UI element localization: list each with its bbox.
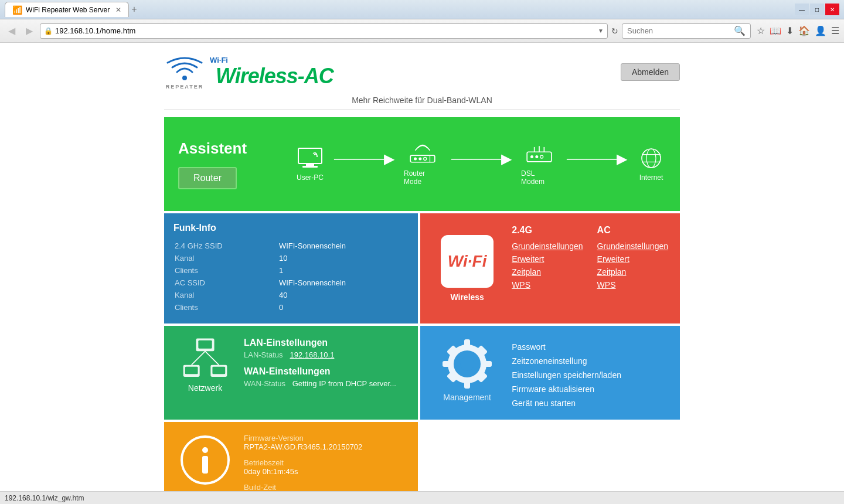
address-input[interactable]	[55, 26, 598, 35]
refresh-button[interactable]: ↻	[611, 26, 618, 36]
new-tab-button[interactable]: +	[131, 4, 137, 15]
search-wrapper: 🔍	[622, 23, 751, 39]
tab-wifi-icon: 📶	[12, 5, 22, 15]
svg-line-26	[192, 351, 205, 365]
flow-arrow-3: ─────▶	[567, 151, 627, 178]
funk-table-row: Kanal40	[175, 290, 407, 301]
svg-point-39	[202, 447, 208, 453]
router-button[interactable]: Router	[178, 167, 237, 189]
close-button[interactable]: ✕	[825, 4, 839, 15]
funk-table-row: Kanal10	[175, 253, 407, 264]
tab-title: WiFi Repeater Web Server	[26, 6, 110, 14]
svg-rect-25	[212, 367, 225, 374]
history-icon[interactable]: 🏠	[798, 25, 810, 36]
svg-point-6	[419, 157, 422, 160]
wireless-link[interactable]: Zeitplan	[512, 267, 583, 277]
flow-label-router: Router Mode	[404, 169, 442, 186]
menu-icon[interactable]: ☰	[831, 25, 839, 36]
flow-arrow-1: ─────▶	[334, 151, 394, 178]
title-bar: 📶 WiFi Repeater Web Server ✕ + — □ ✕	[0, 0, 844, 19]
search-input[interactable]	[627, 26, 731, 35]
flow-arrow-2: ─────▶	[451, 151, 512, 178]
lan-status-value[interactable]: 192.168.10.1	[290, 350, 334, 359]
funk-table-row: Clients1	[175, 265, 407, 276]
back-button[interactable]: ◀	[5, 24, 19, 38]
funk-table-row: AC SSIDWIFI-Sonnenschein	[175, 277, 407, 288]
funk-row-value: 0	[279, 302, 407, 313]
site-header: REPEATER Wi·Fi Wireless-AC Abmelden	[164, 49, 680, 96]
tab-close-btn[interactable]: ✕	[115, 6, 121, 14]
wireless-link[interactable]: WPS	[512, 280, 583, 290]
management-label: Management	[443, 393, 491, 402]
uptime-title: Betriebszeit	[244, 458, 406, 467]
info-svg	[179, 434, 232, 486]
header-divider	[164, 110, 680, 110]
svg-rect-2	[306, 164, 314, 166]
modem-icon	[525, 142, 554, 166]
wan-status-label: WAN-Status	[244, 379, 285, 388]
brand-name: Wireless-AC	[216, 64, 333, 88]
svg-line-27	[205, 351, 219, 365]
funk-row-label: Kanal	[175, 253, 278, 264]
svg-rect-30	[464, 339, 470, 349]
address-dropdown-btn[interactable]: ▼	[598, 28, 604, 34]
management-link[interactable]: Passwort	[512, 342, 621, 352]
wireless-link[interactable]: Zeitplan	[597, 267, 668, 277]
wireless-link[interactable]: WPS	[597, 280, 668, 290]
internet-icon	[637, 147, 666, 170]
wifi-logo: Wi·Fi Wireless	[432, 225, 502, 312]
svg-point-15	[540, 155, 543, 158]
management-link[interactable]: Gerät neu starten	[512, 399, 621, 408]
address-bar-wrapper: 🔒 ▼	[40, 23, 608, 39]
forward-button[interactable]: ▶	[22, 24, 36, 38]
minimize-button[interactable]: —	[795, 4, 809, 15]
nav-bar: ◀ ▶ 🔒 ▼ ↻ 🔍 ☆ 📖 ⬇ 🏠 👤 ☰	[0, 19, 844, 43]
funk-row-label: Kanal	[175, 290, 278, 301]
wifi-logo-svg	[164, 55, 205, 84]
network-svg	[182, 338, 229, 379]
svg-rect-1	[298, 148, 322, 164]
svg-rect-32	[443, 361, 452, 367]
wizard-flow: User-PC ─────▶ Router Mode	[295, 142, 666, 186]
wizard-panel: Assistent Router User-PC	[164, 117, 680, 211]
status-icon-area: Status	[176, 434, 234, 500]
management-link[interactable]: Einstellungen speichern/laden	[512, 370, 621, 380]
funk-row-value: WIFI-Sonnenschein	[279, 277, 407, 288]
maximize-button[interactable]: □	[810, 4, 824, 15]
wireless-links: 2.4GGrundeinstellungenErweitertZeitplanW…	[512, 225, 668, 312]
uptime-section: Betriebszeit 0day 0h:1m:45s	[244, 458, 406, 476]
bookmark-star-icon[interactable]: ☆	[757, 25, 765, 36]
nav-icons: ☆ 📖 ⬇ 🏠 👤 ☰	[757, 25, 839, 36]
firmware-value: RPTA2-AW.GD.R3465.1.20150702	[244, 442, 406, 451]
funk-row-label: AC SSID	[175, 277, 278, 288]
status-bar-url: 192.168.10.1/wiz_gw.htm	[5, 494, 84, 502]
search-icon: 🔍	[734, 25, 746, 36]
management-link[interactable]: Firmware aktualisieren	[512, 384, 621, 394]
uptime-value: 0day 0h:1m:45s	[244, 467, 406, 476]
browser-tab[interactable]: 📶 WiFi Repeater Web Server ✕	[5, 2, 129, 17]
funk-row-value: 40	[279, 290, 407, 301]
reading-list-icon[interactable]: 📖	[770, 25, 781, 36]
wireless-link[interactable]: Erweitert	[597, 254, 668, 264]
logout-button[interactable]: Abmelden	[621, 63, 680, 81]
network-label: Netzwerk	[188, 383, 222, 393]
funk-panel: Funk-Info 2.4 GHz SSIDWIFI-SonnenscheinK…	[164, 213, 418, 323]
wireless-link[interactable]: Erweitert	[512, 254, 583, 264]
funk-row-value: 1	[279, 265, 407, 276]
flow-item-router: Router Mode	[404, 142, 442, 186]
wireless-link[interactable]: Grundeinstellungen	[512, 241, 583, 251]
logo-repeater-text: REPEATER	[166, 84, 203, 90]
management-panel: Management PasswortZeitzoneneinstellungE…	[420, 326, 680, 420]
pocket-icon[interactable]: ⬇	[786, 25, 794, 36]
funk-row-label: Clients	[175, 265, 278, 276]
wireless-col-title: AC	[597, 225, 668, 236]
sync-icon[interactable]: 👤	[815, 25, 826, 36]
wireless-link[interactable]: Grundeinstellungen	[597, 241, 668, 251]
svg-point-14	[535, 155, 538, 158]
network-info: LAN-Einstellungen LAN-Status 192.168.10.…	[244, 338, 406, 388]
svg-rect-21	[198, 340, 212, 349]
lan-row: LAN-Status 192.168.10.1	[244, 350, 406, 359]
funk-row-label: 2.4 GHz SSID	[175, 240, 278, 251]
wizard-left: Assistent Router	[178, 139, 295, 189]
management-link[interactable]: Zeitzoneneinstellung	[512, 356, 621, 366]
